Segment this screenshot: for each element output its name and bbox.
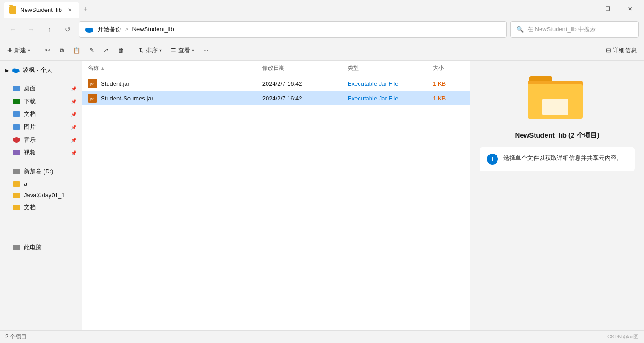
more-button[interactable]: ··· (200, 43, 212, 58)
sidebar-item-java[interactable]: Java①day01_1 (2, 189, 80, 201)
sidebar-item-label: Java①day01_1 (24, 192, 65, 199)
sidebar-item-pictures[interactable]: 图片 📌 (2, 121, 80, 133)
main-container: ▶ 凌枫 - 个人 桌面 📌 下载 📌 文档 📌 (0, 61, 644, 330)
sort-asc-icon: ▲ (100, 66, 104, 71)
rename-icon: ✎ (89, 47, 94, 54)
info-circle-icon: i (487, 154, 498, 165)
delete-button[interactable]: 🗑 (114, 43, 127, 58)
sort-icon: ⇅ (139, 47, 144, 54)
col-size[interactable]: 大小 (427, 61, 470, 76)
cloud-section-icon (12, 67, 20, 73)
pictures-icon (13, 124, 20, 130)
sidebar-item-music[interactable]: 音乐 📌 (2, 133, 80, 146)
svg-text:jar: jar (89, 97, 94, 101)
sidebar-item-a[interactable]: a (2, 178, 80, 189)
title-bar: NewStudent_lib ✕ + — ❐ ✕ (0, 0, 644, 18)
delete-icon: 🗑 (118, 47, 124, 54)
detail-info-button[interactable]: ⊟ 详细信息 (602, 44, 640, 56)
col-size-label: 大小 (433, 65, 444, 71)
jar-file-icon: jar (88, 79, 97, 88)
sidebar-item-drive-d[interactable]: 新加卷 (D:) (2, 165, 80, 178)
file-date: 2024/2/7 16:42 (257, 91, 342, 105)
cut-icon: ✂ (45, 47, 50, 54)
new-chevron-icon: ▾ (28, 48, 30, 53)
address-box[interactable]: 开始备份 > NewStudent_lib (79, 21, 507, 38)
table-row[interactable]: jar Student.jar 2024/2/7 16:42 Executabl… (82, 76, 470, 91)
cut-button[interactable]: ✂ (42, 43, 54, 58)
sidebar-item-docs2[interactable]: 文档 (2, 201, 80, 214)
view-chevron-icon: ▾ (192, 48, 194, 53)
item-count: 2 个项目 (5, 333, 27, 341)
sidebar-item-label: 桌面 (24, 84, 36, 93)
drive-icon (13, 169, 20, 174)
sidebar: ▶ 凌枫 - 个人 桌面 📌 下载 📌 文档 📌 (0, 61, 82, 330)
new-button[interactable]: ✚ 新建 ▾ (4, 43, 34, 58)
svg-point-2 (89, 28, 93, 31)
cloud-section-header[interactable]: ▶ 凌枫 - 个人 (2, 64, 80, 76)
detail-info-box: i 选择单个文件以获取详细信息并共享云内容。 (480, 147, 635, 171)
file-name-cell: jar Student-Sources.jar (82, 91, 257, 105)
view-label: 查看 (178, 46, 190, 55)
sidebar-divider-2 (5, 162, 76, 162)
tab-close-button[interactable]: ✕ (65, 6, 74, 14)
sort-label: 排序 (146, 46, 158, 55)
pin-icon: 📌 (71, 86, 76, 91)
more-icon: ··· (203, 47, 208, 54)
sidebar-item-documents[interactable]: 文档 📌 (2, 108, 80, 121)
col-type[interactable]: 类型 (342, 61, 427, 76)
svg-point-1 (85, 28, 90, 31)
paste-button[interactable]: 📋 (69, 43, 84, 58)
share-button[interactable]: ↗ (100, 43, 112, 58)
close-button[interactable]: ✕ (619, 2, 640, 17)
minimize-button[interactable]: — (575, 2, 596, 17)
cloud-label: 开始备份 (98, 25, 121, 33)
rename-button[interactable]: ✎ (86, 43, 98, 58)
add-tab-button[interactable]: + (79, 3, 92, 16)
svg-point-4 (12, 69, 16, 72)
sidebar-item-label: 新加卷 (D:) (24, 167, 53, 176)
folder-paper (542, 99, 568, 115)
svg-text:jar: jar (89, 83, 94, 86)
sidebar-item-desktop[interactable]: 桌面 📌 (2, 82, 80, 95)
file-date: 2024/2/7 16:42 (257, 76, 342, 91)
cloud-drive-icon (85, 26, 94, 33)
sidebar-spacer (0, 214, 82, 241)
tab-newstudent[interactable]: NewStudent_lib ✕ (4, 2, 79, 18)
copy-button[interactable]: ⧉ (56, 43, 67, 58)
sidebar-divider-1 (5, 79, 76, 79)
window-controls: — ❐ ✕ (575, 2, 640, 17)
maximize-button[interactable]: ❐ (597, 2, 618, 17)
detail-panel: NewStudent_lib (2 个项目) i 选择单个文件以获取详细信息并共… (470, 61, 644, 330)
table-row[interactable]: jar Student-Sources.jar 2024/2/7 16:42 E… (82, 91, 470, 105)
file-type: Executable Jar File (342, 91, 427, 105)
up-button[interactable]: ↑ (42, 22, 57, 37)
address-bar: ← → ↑ ↺ 开始备份 > NewStudent_lib 🔍 在 NewStu… (0, 18, 644, 40)
status-right: CSDN @ax图 (607, 333, 639, 340)
sort-chevron-icon: ▾ (159, 48, 162, 53)
file-area: 名称 ▲ 修改日期 类型 大小 (82, 61, 470, 330)
search-box[interactable]: 🔍 在 NewStudent_lib 中搜索 (510, 21, 639, 38)
file-size: 1 KB (427, 76, 470, 91)
folder-front (528, 84, 583, 119)
folder-a-icon (13, 181, 20, 187)
sidebar-item-label: a (24, 180, 27, 187)
col-date[interactable]: 修改日期 (257, 61, 342, 76)
sidebar-item-download[interactable]: 下载 📌 (2, 95, 80, 108)
col-name[interactable]: 名称 ▲ (82, 61, 257, 76)
folder-docs-icon (13, 205, 20, 210)
sidebar-item-more[interactable]: 此电脑 (2, 241, 80, 254)
copy-icon: ⧉ (60, 47, 64, 54)
file-type: Executable Jar File (342, 76, 427, 91)
documents-icon (13, 111, 20, 117)
detail-info-icon: ⊟ (606, 47, 611, 54)
tab-folder-icon (9, 6, 16, 14)
sidebar-item-videos[interactable]: 视频 📌 (2, 146, 80, 159)
view-icon: ☰ (171, 47, 176, 54)
forward-button: → (24, 22, 38, 37)
toolbar: ✚ 新建 ▾ ✂ ⧉ 📋 ✎ ↗ 🗑 ⇅ 排序 ▾ ☰ 查看 ▾ ··· ⊟ 详… (0, 40, 644, 61)
share-icon: ↗ (104, 47, 109, 54)
sort-button[interactable]: ⇅ 排序 ▾ (135, 43, 165, 58)
tab-title: NewStudent_lib (20, 6, 62, 13)
view-button[interactable]: ☰ 查看 ▾ (167, 43, 198, 58)
refresh-button[interactable]: ↺ (60, 22, 75, 37)
